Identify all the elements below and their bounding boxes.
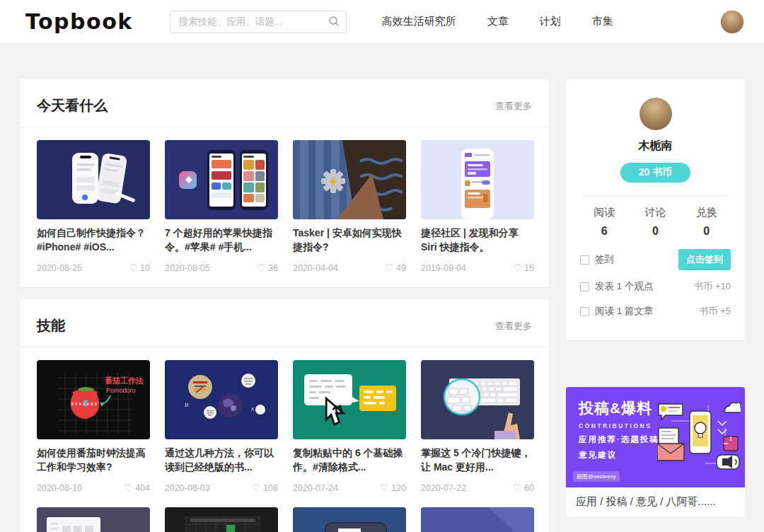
pomodoro-label-en: Pomodoro	[106, 387, 136, 394]
like-count: 49	[396, 263, 406, 273]
stat-reading: 阅读 6	[579, 206, 630, 238]
today-cards-row: 如何自己制作快捷指令？#iPhone# #iOS... 2020-08-25 ♡…	[20, 127, 549, 287]
card-thumbnail-tasker	[293, 140, 406, 219]
video-card[interactable]: 如何自己制作快捷指令？#iPhone# #iOS... 2020-08-25 ♡…	[37, 140, 150, 273]
card-meta: 2020-08-05 ♡36	[165, 262, 278, 273]
like-count: 15	[524, 263, 534, 273]
daily-tasks: 签到 点击签到 发表 1 个观点 书币 +10 阅读 1 篇文章 书币 +5	[566, 238, 745, 320]
card-date: 2020-08-25	[37, 263, 82, 273]
card-meta: 2020-08-25 ♡10	[37, 262, 150, 273]
heart-icon: ♡	[252, 482, 260, 493]
see-more-link[interactable]: 查看更多	[495, 100, 532, 112]
see-more-link[interactable]: 查看更多	[495, 320, 532, 332]
checkbox[interactable]	[580, 307, 589, 316]
video-card[interactable]: 7 个超好用的苹果快捷指令。#苹果# #手机... 2020-08-05 ♡36	[165, 140, 278, 273]
card-date: 2020-08-10	[37, 483, 82, 493]
card-title: Tasker | 安卓如何实现快捷指令?	[293, 226, 406, 254]
video-card[interactable]: B K 通过这几种方法，你可以读到已经绝版的书... 2020-08-03 ♡1…	[165, 360, 278, 493]
card-date: 2019-09-04	[421, 263, 466, 273]
promo-caption[interactable]: 应用 / 投稿 / 意见 / 八阿哥......	[566, 487, 745, 517]
card-title: 如何自己制作快捷指令？#iPhone# #iOS...	[37, 226, 150, 254]
search-input[interactable]	[170, 11, 347, 33]
heart-icon: ♡	[513, 482, 521, 493]
heart-icon: ♡	[129, 262, 137, 273]
card-meta: 2020-07-24 ♡120	[293, 482, 406, 493]
user-avatar[interactable]	[720, 10, 744, 34]
like-count: 108	[263, 483, 278, 493]
like-count: 10	[140, 263, 150, 273]
checkbox[interactable]	[580, 282, 589, 291]
task-signin: 签到 点击签到	[580, 249, 731, 270]
coin-badge[interactable]: 20 书币	[620, 163, 690, 183]
video-card[interactable]	[165, 507, 278, 532]
card-title: 捷径社区 | 发现和分享 Siri 快捷指令。	[421, 226, 534, 254]
pomodoro-label-cn: 番茄工作法	[104, 376, 144, 385]
svg-text:B: B	[185, 402, 189, 408]
svg-text:K: K	[251, 407, 255, 412]
search-icon[interactable]	[328, 16, 340, 30]
like-count: 60	[524, 483, 534, 493]
top-header: Topbook 高效生活研究所 文章 计划 市集	[0, 0, 764, 44]
profile-avatar[interactable]	[639, 98, 672, 130]
profile-name: 木栀南	[566, 139, 745, 154]
section-today-header: 今天看什么 查看更多	[20, 79, 549, 127]
promo-credit: 题图@vecteezy	[573, 471, 620, 482]
card-thumbnail-copy-paste	[293, 360, 406, 439]
card-thumbnail-shortcut-community	[421, 140, 534, 219]
profile-card: 木栀南 20 书币 阅读 6 讨论 0 兑换 0	[566, 79, 745, 340]
card-title: 复制粘贴中的 6 个基础操作。#清除格式...	[293, 446, 406, 474]
checkbox[interactable]	[580, 255, 589, 265]
card-thumbnail-reader-phone	[293, 507, 406, 532]
card-date: 2020-08-05	[165, 263, 210, 273]
video-card[interactable]: 番茄工作法 Pomodoro 如何使用番茄时钟法提高工作和学习效率? 2020-…	[37, 360, 150, 493]
card-thumbnail-paper-plane	[421, 507, 534, 532]
task-post-opinion: 发表 1 个观点 书币 +10	[580, 278, 731, 295]
nav-item-plans[interactable]: 计划	[540, 15, 561, 28]
card-title: 掌握这 5 个冷门快捷键，让 Mac 更好用...	[421, 446, 534, 474]
task-read-article: 阅读 1 篇文章 书币 +5	[580, 303, 731, 320]
card-thumbnail-shortcuts	[165, 140, 278, 219]
card-meta: 2020-07-22 ♡60	[421, 482, 534, 493]
promo-card[interactable]: 投稿&爆料 CONTRIBUTIONS 应用推荐·选题投稿 意见建议 题图@ve…	[566, 387, 745, 517]
heart-icon: ♡	[385, 262, 393, 273]
card-thumbnail-pomodoro: 番茄工作法 Pomodoro	[37, 360, 150, 439]
video-card[interactable]: Tasker | 安卓如何实现快捷指令? 2020-04-04 ♡49	[293, 140, 406, 273]
section-title: 技能	[37, 316, 65, 335]
page-content: 今天看什么 查看更多	[0, 44, 764, 532]
task-reward: 书币 +10	[694, 280, 731, 293]
video-card[interactable]: 捷径社区 | 发现和分享 Siri 快捷指令。 2019-09-04 ♡15	[421, 140, 534, 273]
search-box	[170, 11, 347, 33]
stat-exchange: 兑换 0	[681, 206, 732, 238]
section-title: 今天看什么	[37, 96, 108, 115]
card-date: 2020-07-24	[293, 483, 338, 493]
card-date: 2020-04-04	[293, 263, 338, 273]
like-count: 404	[135, 483, 150, 493]
stat-discussion: 讨论 0	[630, 206, 681, 238]
card-thumbnail-schedule-grid	[165, 507, 278, 532]
card-meta: 2020-08-03 ♡108	[165, 482, 278, 493]
main-column: 今天看什么 查看更多	[20, 79, 549, 532]
profile-stats: 阅读 6 讨论 0 兑换 0	[566, 196, 745, 238]
video-card[interactable]	[421, 507, 534, 532]
like-count: 120	[391, 483, 406, 493]
card-date: 2020-08-03	[165, 483, 210, 493]
card-title: 通过这几种方法，你可以读到已经绝版的书...	[165, 446, 278, 474]
nav-item-market[interactable]: 市集	[592, 15, 613, 28]
video-card[interactable]: 掌握这 5 个冷门快捷键，让 Mac 更好用... 2020-07-22 ♡60	[421, 360, 534, 493]
heart-icon: ♡	[380, 482, 388, 493]
card-meta: 2020-08-10 ♡404	[37, 482, 150, 493]
skills-cards-row-2	[20, 507, 549, 532]
video-card[interactable]	[293, 507, 406, 532]
heart-icon: ♡	[513, 262, 521, 273]
nav-item-articles[interactable]: 文章	[487, 15, 509, 28]
card-thumbnail-mac-shortcuts	[421, 360, 534, 439]
video-card[interactable]: 复制粘贴中的 6 个基础操作。#清除格式... 2020-07-24 ♡120	[293, 360, 406, 493]
logo[interactable]: Topbook	[25, 9, 133, 34]
main-nav: 高效生活研究所 文章 计划 市集	[382, 15, 613, 28]
video-card[interactable]	[37, 507, 150, 532]
nav-item-lab[interactable]: 高效生活研究所	[382, 15, 456, 28]
section-skills: 技能 查看更多 番茄工作法 Pomodoro	[20, 299, 549, 532]
like-count: 36	[268, 263, 278, 273]
card-thumbnail-app-windows	[37, 507, 150, 532]
signin-button[interactable]: 点击签到	[678, 249, 731, 270]
